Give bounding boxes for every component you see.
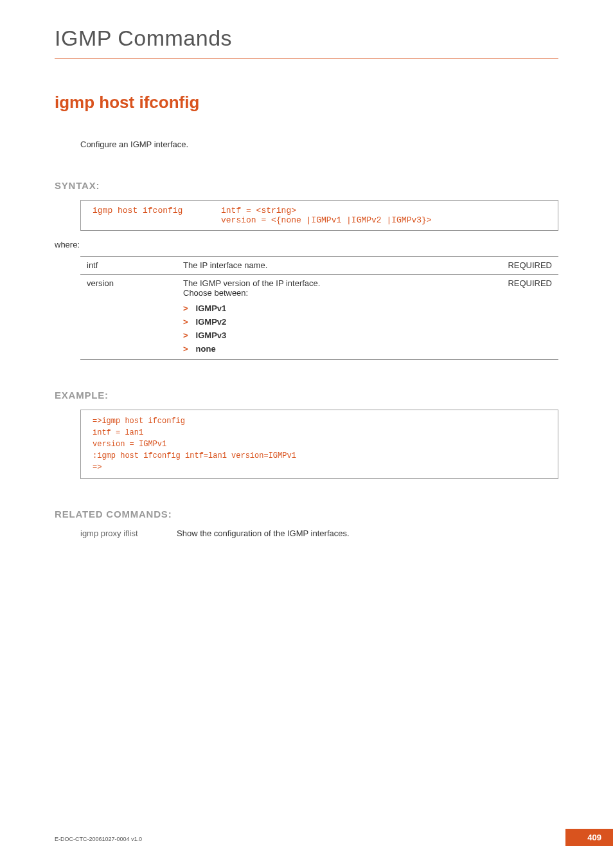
header-rule bbox=[55, 59, 558, 59]
syntax-arg-line: version = <{none |IGMPv1 |IGMPv2 |IGMPv3… bbox=[221, 215, 432, 225]
param-name: intf bbox=[87, 260, 183, 270]
related-command-name: igmp proxy iflist bbox=[80, 529, 177, 538]
param-table: intf The IP interface name. REQUIRED ver… bbox=[80, 256, 558, 360]
param-required: REQUIRED bbox=[494, 260, 552, 270]
param-desc-text: The IGMP version of the IP interface. Ch… bbox=[183, 278, 494, 298]
related-commands-label: RELATED COMMANDS: bbox=[55, 509, 558, 520]
table-row: version The IGMP version of the IP inter… bbox=[80, 274, 558, 360]
syntax-box: igmp host ifconfig intf = <string> versi… bbox=[80, 200, 558, 231]
param-desc: The IGMP version of the IP interface. Ch… bbox=[183, 278, 494, 356]
chapter-title: IGMP Commands bbox=[55, 26, 558, 51]
example-label: EXAMPLE: bbox=[55, 390, 558, 401]
page-footer: E-DOC-CTC-20061027-0004 v1.0 409 bbox=[55, 836, 613, 842]
related-command-desc: Show the configuration of the IGMP inter… bbox=[177, 529, 558, 538]
chevron-right-icon: > bbox=[183, 317, 188, 327]
chevron-right-icon: > bbox=[183, 303, 188, 313]
param-desc: The IP interface name. bbox=[183, 260, 494, 270]
option-text: IGMPv3 bbox=[196, 330, 227, 340]
command-description: Configure an IGMP interface. bbox=[80, 140, 558, 149]
command-heading: igmp host ifconfig bbox=[55, 93, 558, 113]
table-row: intf The IP interface name. REQUIRED bbox=[80, 256, 558, 274]
option-list: > IGMPv1 > IGMPv2 > IGMPv3 > none bbox=[183, 302, 494, 356]
document-id: E-DOC-CTC-20061027-0004 v1.0 bbox=[55, 836, 142, 842]
list-item: > IGMPv3 bbox=[183, 329, 494, 342]
option-text: IGMPv2 bbox=[196, 317, 227, 327]
syntax-arg-line: intf = <string> bbox=[221, 206, 296, 215]
related-commands-table: igmp proxy iflist Show the configuration… bbox=[80, 529, 558, 538]
option-text: none bbox=[196, 344, 216, 354]
syntax-label: SYNTAX: bbox=[55, 180, 558, 191]
list-item: > IGMPv2 bbox=[183, 315, 494, 329]
param-name: version bbox=[87, 278, 183, 356]
list-item: > none bbox=[183, 342, 494, 356]
chevron-right-icon: > bbox=[183, 344, 188, 354]
page-number: 409 bbox=[565, 829, 613, 846]
param-required: REQUIRED bbox=[494, 278, 552, 356]
option-text: IGMPv1 bbox=[196, 303, 227, 313]
example-box: =>igmp host ifconfig intf = lan1 version… bbox=[80, 410, 558, 479]
syntax-command: igmp host ifconfig bbox=[93, 206, 221, 215]
chevron-right-icon: > bbox=[183, 330, 188, 340]
list-item: > IGMPv1 bbox=[183, 302, 494, 315]
where-label: where: bbox=[55, 240, 558, 249]
